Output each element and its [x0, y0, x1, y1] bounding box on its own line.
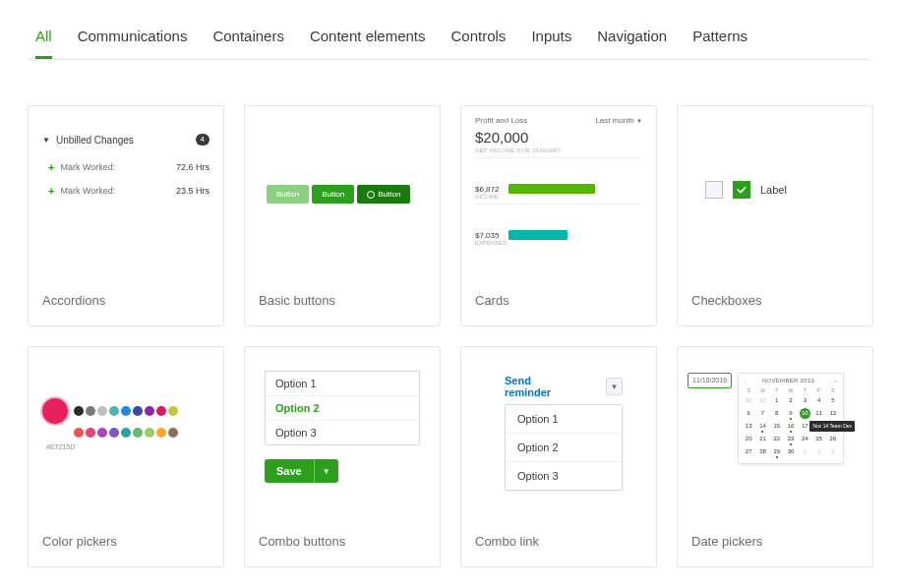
calendar-day: 16 [786, 421, 797, 432]
combo-link-option: Option 1 [506, 405, 622, 434]
combo-link-option: Option 3 [506, 462, 622, 490]
color-swatch [86, 406, 95, 416]
pl-expenses-label: EXPENSES [475, 240, 642, 246]
card-title: Color pickers [29, 524, 223, 566]
button-example-light: Button [267, 185, 309, 204]
checkbox-label: Label [760, 184, 787, 196]
calendar-day: 10 [800, 408, 810, 419]
calendar-day: 14 [757, 421, 768, 432]
calendar-dow: T [771, 387, 783, 393]
calendar-day: 11 [813, 408, 824, 419]
globe-icon [367, 191, 375, 199]
pl-amount: $20,000 [475, 129, 642, 146]
calendar-dow: S [743, 387, 754, 393]
calendar-day: 30 [744, 395, 754, 406]
combo-option-list: Option 1Option 2Option 3 [265, 371, 420, 445]
count-badge: 4 [196, 134, 209, 146]
calendar-day: 21 [757, 434, 768, 444]
tab-all[interactable]: All [35, 24, 52, 59]
calendar-day: 2 [813, 446, 824, 457]
color-swatch [86, 428, 95, 438]
accordion-row-label: Mark Worked: [60, 186, 115, 196]
color-swatch-selected [40, 396, 70, 426]
color-swatch [156, 406, 166, 416]
card-checkboxes[interactable]: Label Checkboxes [677, 105, 873, 326]
accordion-row-value: 23.5 Hrs [176, 186, 209, 196]
button-example-dark: Button [357, 185, 410, 204]
combo-link-option-list: Option 1Option 2Option 3 [505, 404, 623, 491]
tab-content-elements[interactable]: Content elements [310, 24, 426, 59]
pl-expenses-value: $7,035 [475, 231, 503, 240]
calendar-day: 17 [800, 421, 810, 432]
card-title: Basic buttons [245, 283, 440, 325]
color-swatch [133, 406, 143, 416]
calendar-day: 22 [771, 434, 782, 444]
color-swatch [156, 428, 166, 438]
calendar-day: 30 [786, 446, 797, 457]
color-swatch [74, 428, 84, 438]
pl-heading: Profit and Loss [475, 116, 527, 125]
color-swatch [97, 428, 107, 438]
checkbox-unchecked [705, 181, 723, 199]
calendar-day: 2 [786, 395, 797, 406]
save-button: Save [265, 459, 314, 483]
calendar-month: NOVEMBER 2016 [762, 378, 814, 383]
tab-communications[interactable]: Communications [78, 24, 188, 59]
tab-controls[interactable]: Controls [451, 24, 507, 59]
check-icon [736, 184, 748, 196]
calendar-day: 29 [771, 446, 782, 457]
bar-income [508, 184, 595, 194]
accordion-row-label: Mark Worked: [60, 162, 115, 172]
card-basic-buttons[interactable]: Button Button Button Basic buttons [244, 105, 441, 326]
combo-option: Option 1 [266, 372, 419, 396]
calendar-day: 25 [813, 434, 824, 444]
card-title: Cards [461, 283, 656, 325]
bar-expenses [508, 230, 568, 240]
color-swatch [145, 406, 154, 416]
card-date-pickers[interactable]: 11/10/2016 ‹ NOVEMBER 2016 › » SMTWTFS30… [677, 346, 873, 567]
color-swatch [168, 428, 178, 438]
calendar-day: 4 [813, 395, 824, 406]
card-accordions[interactable]: ▼Unbilled Changes 4 +Mark Worked: 72.6 H… [28, 105, 224, 326]
button-example-mid: Button [312, 185, 354, 204]
save-dropdown-toggle: ▼ [314, 459, 338, 483]
calendar-dow: W [785, 387, 797, 393]
card-combo-link[interactable]: Send reminder ▼ Option 1Option 2Option 3… [460, 346, 657, 567]
card-title: Checkboxes [678, 283, 872, 325]
calendar-dow: S [827, 387, 839, 393]
calendar-day: 7 [757, 408, 768, 419]
color-swatch [121, 428, 131, 438]
combo-option: Option 3 [266, 421, 419, 444]
component-grid: ▼Unbilled Changes 4 +Mark Worked: 72.6 H… [28, 105, 869, 567]
calendar-tooltip: Nov 14 Team Dev [809, 421, 855, 432]
tab-inputs[interactable]: Inputs [531, 24, 571, 59]
calendar-dow: T [799, 387, 810, 393]
calendar-day: 6 [744, 408, 754, 419]
calendar-day: 13 [744, 421, 754, 432]
tab-navigation[interactable]: Navigation [597, 24, 667, 59]
tab-containers[interactable]: Containers [212, 24, 284, 59]
calendar-day: 5 [827, 395, 838, 406]
card-color-pickers[interactable]: #E7215D Color pickers [28, 346, 224, 567]
calendar-prev-icon: ‹ [745, 378, 747, 383]
color-swatch [145, 428, 154, 438]
color-swatch [121, 406, 131, 416]
date-input: 11/10/2016 [688, 373, 732, 388]
calendar-day: 8 [771, 408, 782, 419]
calendar-day: 27 [744, 446, 754, 457]
pl-period: Last month ▼ [595, 116, 642, 125]
calendar-day: 23 [786, 434, 797, 444]
combo-link-option: Option 2 [506, 434, 622, 462]
calendar-day: 1 [771, 395, 782, 406]
chevron-down-icon: ▼ [636, 118, 642, 124]
card-combo-buttons[interactable]: Option 1Option 2Option 3 Save ▼ Combo bu… [244, 346, 441, 567]
calendar-day: 28 [757, 446, 768, 457]
color-swatch [109, 428, 119, 438]
color-swatch [168, 406, 178, 416]
combo-link-label: Send reminder [505, 375, 576, 398]
card-cards[interactable]: Profit and Loss Last month ▼ $20,000 NET… [460, 105, 657, 326]
color-swatch [133, 428, 143, 438]
tab-patterns[interactable]: Patterns [692, 24, 748, 59]
pl-income-value: $6,872 [475, 185, 503, 194]
accordion-row-value: 72.6 Hrs [176, 162, 209, 172]
